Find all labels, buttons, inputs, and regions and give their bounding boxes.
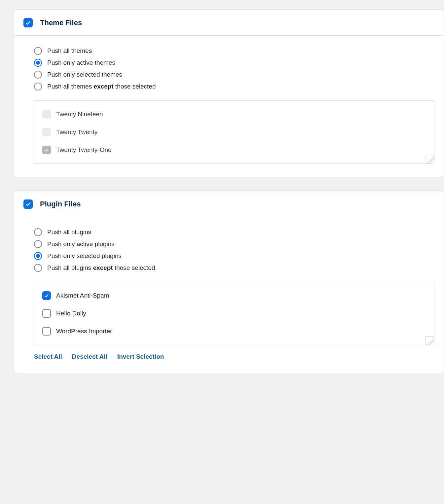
radio-input[interactable] — [34, 240, 42, 248]
theme-files-panel: Theme Files Push all themes Push only ac… — [14, 9, 444, 177]
list-item-label: Akismet Anti-Spam — [56, 292, 109, 299]
plugin-files-panel: Plugin Files Push all plugins Push only … — [14, 191, 444, 374]
radio-input[interactable] — [34, 83, 42, 90]
check-icon — [44, 147, 49, 153]
radio-push-all-themes[interactable]: Push all themes — [34, 47, 434, 55]
panel-header: Theme Files — [14, 10, 444, 36]
theme-checkbox[interactable] — [42, 146, 51, 154]
check-icon — [25, 20, 31, 26]
radio-push-active-themes[interactable]: Push only active themes — [34, 59, 434, 67]
check-icon — [44, 293, 49, 298]
list-item[interactable]: Twenty Nineteen — [42, 108, 426, 121]
radio-label: Push only active plugins — [47, 240, 115, 248]
radio-input[interactable] — [34, 47, 42, 55]
invert-selection-link[interactable]: Invert Selection — [117, 353, 164, 360]
list-item-label: Twenty Nineteen — [56, 111, 103, 118]
radio-push-selected-plugins[interactable]: Push only selected plugins — [34, 252, 434, 260]
radio-label: Push only active themes — [47, 59, 115, 66]
select-all-link[interactable]: Select All — [34, 353, 62, 360]
plugin-files-master-checkbox[interactable] — [23, 199, 33, 209]
list-item[interactable]: Hello Dolly — [42, 307, 426, 320]
radio-label: Push all plugins — [47, 229, 91, 236]
theme-select-box: Twenty Nineteen Twenty Twenty Twenty Twe… — [34, 100, 434, 164]
radio-input[interactable] — [34, 59, 42, 67]
panel-title: Theme Files — [40, 18, 82, 27]
radio-input[interactable] — [34, 228, 42, 236]
radio-input[interactable] — [34, 264, 42, 272]
radio-push-all-plugins[interactable]: Push all plugins — [34, 228, 434, 236]
list-item-label: Twenty Twenty — [56, 128, 97, 136]
theme-checkbox[interactable] — [42, 128, 51, 136]
resize-handle-icon[interactable] — [426, 155, 434, 163]
radio-label: Push all themes — [47, 47, 92, 54]
list-item-label: Hello Dolly — [56, 310, 86, 317]
list-item[interactable]: Akismet Anti-Spam — [42, 289, 426, 302]
list-item[interactable]: WordPress Importer — [42, 325, 426, 338]
resize-handle-icon[interactable] — [426, 336, 434, 345]
radio-push-active-plugins[interactable]: Push only active plugins — [34, 240, 434, 248]
list-item[interactable]: Twenty Twenty — [42, 126, 426, 138]
check-icon — [25, 201, 31, 207]
plugin-checkbox[interactable] — [42, 327, 51, 336]
list-item-label: Twenty Twenty-One — [56, 146, 112, 154]
panel-title: Plugin Files — [40, 200, 81, 208]
theme-files-master-checkbox[interactable] — [23, 18, 33, 27]
plugin-checkbox[interactable] — [42, 291, 51, 300]
radio-input[interactable] — [34, 71, 42, 79]
radio-input[interactable] — [34, 252, 42, 260]
action-links: Select All Deselect All Invert Selection — [34, 353, 434, 360]
plugin-select-box: Akismet Anti-Spam Hello Dolly WordPress … — [34, 282, 434, 345]
radio-push-except-themes[interactable]: Push all themes except those selected — [34, 83, 434, 90]
radio-push-selected-themes[interactable]: Push only selected themes — [34, 71, 434, 79]
panel-body: Push all plugins Push only active plugin… — [14, 217, 444, 374]
panel-header: Plugin Files — [14, 191, 444, 217]
panel-body: Push all themes Push only active themes … — [14, 36, 444, 177]
list-item-label: WordPress Importer — [56, 328, 112, 335]
plugin-radio-group: Push all plugins Push only active plugin… — [34, 228, 434, 272]
radio-label: Push only selected themes — [47, 71, 122, 78]
radio-label: Push all themes except those selected — [47, 83, 156, 90]
theme-select-scroll[interactable]: Twenty Nineteen Twenty Twenty Twenty Twe… — [34, 101, 434, 163]
plugin-checkbox[interactable] — [42, 309, 51, 318]
radio-push-except-plugins[interactable]: Push all plugins except those selected — [34, 264, 434, 272]
list-item[interactable]: Twenty Twenty-One — [42, 144, 426, 156]
radio-label: Push only selected plugins — [47, 252, 122, 260]
plugin-select-scroll[interactable]: Akismet Anti-Spam Hello Dolly WordPress … — [34, 282, 434, 345]
theme-checkbox[interactable] — [42, 110, 51, 119]
deselect-all-link[interactable]: Deselect All — [72, 353, 107, 360]
theme-radio-group: Push all themes Push only active themes … — [34, 47, 434, 90]
radio-label: Push all plugins except those selected — [47, 264, 155, 271]
